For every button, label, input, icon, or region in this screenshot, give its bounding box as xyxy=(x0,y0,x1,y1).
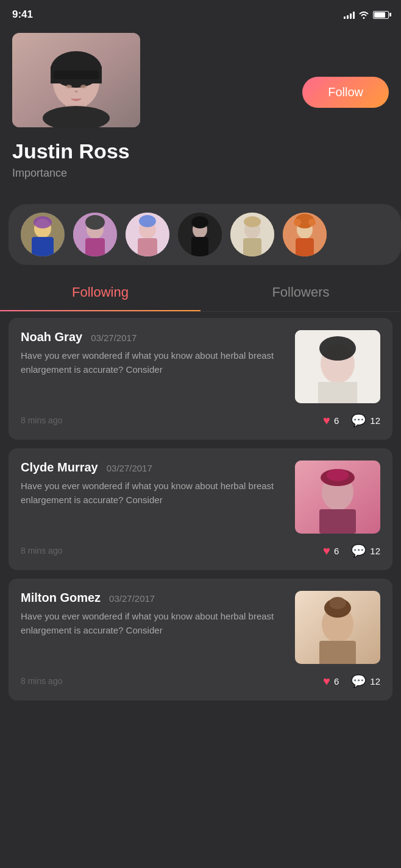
post-date: 03/27/2017 xyxy=(107,463,152,473)
like-action[interactable]: ♥ 6 xyxy=(323,544,339,558)
post-thumbnail xyxy=(295,591,380,664)
wifi-icon xyxy=(358,10,369,19)
svg-point-39 xyxy=(319,336,356,361)
svg-point-13 xyxy=(34,216,52,228)
tabs-container: Following Followers xyxy=(0,273,401,312)
comment-action[interactable]: 💬 12 xyxy=(351,543,380,558)
post-actions: ♥ 6 💬 12 xyxy=(323,674,380,688)
profile-top-row: Follow xyxy=(12,33,389,127)
profile-photo xyxy=(12,33,140,127)
heart-icon: ♥ xyxy=(323,414,330,428)
svg-rect-20 xyxy=(138,238,157,256)
post-author: Noah Gray xyxy=(21,330,82,344)
story-item[interactable] xyxy=(178,213,222,256)
like-count: 6 xyxy=(334,415,339,426)
post-body: Have you ever wondered if what you know … xyxy=(21,610,286,664)
like-action[interactable]: ♥ 6 xyxy=(323,414,339,428)
post-footer: 8 mins ago ♥ 6 💬 12 xyxy=(21,543,380,558)
post-author: Milton Gomez xyxy=(21,591,101,605)
battery-icon xyxy=(373,11,389,19)
follow-button[interactable]: Follow xyxy=(302,77,389,108)
svg-point-7 xyxy=(66,85,72,88)
comment-icon: 💬 xyxy=(351,543,366,558)
status-bar: 9:41 xyxy=(0,0,401,27)
tab-following[interactable]: Following xyxy=(0,273,200,311)
post-actions: ♥ 6 💬 12 xyxy=(323,543,380,558)
svg-point-17 xyxy=(85,215,105,230)
post-header: Clyde Murray 03/27/2017 xyxy=(21,460,286,475)
stories-row xyxy=(9,204,401,265)
post-time: 8 mins ago xyxy=(21,546,62,556)
svg-rect-42 xyxy=(319,509,356,534)
post-thumbnail xyxy=(295,460,380,534)
svg-rect-38 xyxy=(318,382,357,403)
heart-icon: ♥ xyxy=(323,544,330,558)
comment-count: 12 xyxy=(370,415,380,426)
posts-container: Noah Gray 03/27/2017 Have you ever wonde… xyxy=(0,318,401,700)
profile-header: Follow Justin Ross Importance xyxy=(0,27,401,192)
post-header: Noah Gray 03/27/2017 xyxy=(21,330,286,344)
status-time: 9:41 xyxy=(12,9,33,21)
svg-rect-32 xyxy=(296,238,314,256)
svg-point-34 xyxy=(294,219,301,226)
svg-rect-24 xyxy=(191,237,208,256)
comment-icon: 💬 xyxy=(351,674,366,688)
post-footer: 8 mins ago ♥ 6 💬 12 xyxy=(21,674,380,688)
post-header: Milton Gomez 03/27/2017 xyxy=(21,591,286,605)
post-thumbnail xyxy=(295,330,380,403)
svg-rect-4 xyxy=(54,71,99,79)
story-item[interactable] xyxy=(283,213,327,256)
comment-action[interactable]: 💬 12 xyxy=(351,413,380,428)
story-item[interactable] xyxy=(230,213,274,256)
post-card: Clyde Murray 03/27/2017 Have you ever wo… xyxy=(9,448,392,570)
comment-count: 12 xyxy=(370,676,380,686)
post-time: 8 mins ago xyxy=(21,415,62,425)
post-card: Milton Gomez 03/27/2017 Have you ever wo… xyxy=(9,579,392,700)
story-item[interactable] xyxy=(126,213,169,256)
comment-count: 12 xyxy=(370,546,380,556)
svg-point-8 xyxy=(80,85,87,88)
svg-rect-28 xyxy=(243,238,261,256)
svg-point-21 xyxy=(139,215,156,227)
post-body: Have you ever wondered if what you know … xyxy=(21,479,286,534)
post-footer: 8 mins ago ♥ 6 💬 12 xyxy=(21,413,380,428)
svg-point-44 xyxy=(327,469,349,481)
post-actions: ♥ 6 💬 12 xyxy=(323,413,380,428)
post-card: Noah Gray 03/27/2017 Have you ever wonde… xyxy=(9,318,392,440)
svg-point-25 xyxy=(191,216,208,228)
svg-point-29 xyxy=(244,216,261,227)
post-body: Have you ever wondered if what you know … xyxy=(21,349,286,403)
like-count: 6 xyxy=(334,676,339,686)
status-icons xyxy=(344,10,389,19)
svg-rect-16 xyxy=(85,238,105,256)
tab-followers[interactable]: Followers xyxy=(200,273,401,311)
profile-subtitle: Importance xyxy=(12,167,389,180)
like-action[interactable]: ♥ 6 xyxy=(323,674,339,688)
svg-point-35 xyxy=(308,219,316,226)
comment-action[interactable]: 💬 12 xyxy=(351,674,380,688)
svg-point-49 xyxy=(329,597,346,609)
post-date: 03/27/2017 xyxy=(109,593,155,604)
svg-rect-47 xyxy=(319,641,356,664)
story-item[interactable] xyxy=(21,213,65,256)
like-count: 6 xyxy=(334,546,339,556)
comment-icon: 💬 xyxy=(351,413,366,428)
signal-icon xyxy=(344,10,355,19)
post-date: 03/27/2017 xyxy=(91,333,137,343)
post-time: 8 mins ago xyxy=(21,676,62,686)
post-author: Clyde Murray xyxy=(21,460,98,475)
profile-name: Justin Ross xyxy=(12,139,389,163)
svg-rect-12 xyxy=(32,237,54,256)
story-item[interactable] xyxy=(73,213,117,256)
heart-icon: ♥ xyxy=(323,674,330,688)
